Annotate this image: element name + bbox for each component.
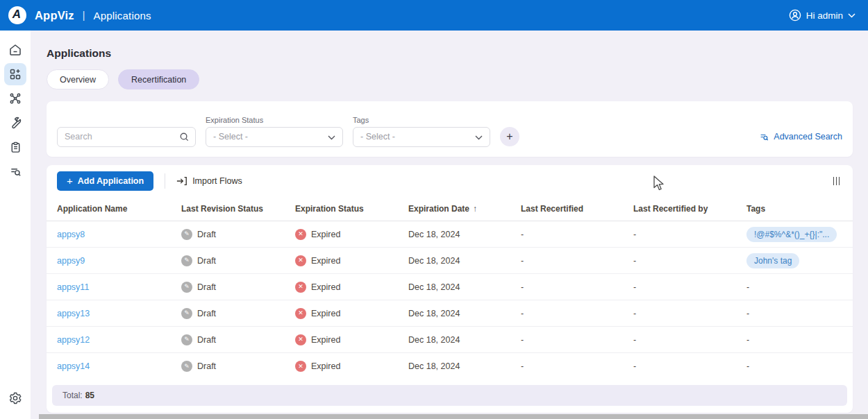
column-header-last-recertified-by[interactable]: Last Recertified by — [633, 204, 746, 214]
column-settings-icon[interactable] — [831, 174, 843, 188]
revision-status-text: Draft — [197, 361, 216, 371]
expired-x-icon: ✕ — [295, 308, 306, 319]
expiration-date-text: Dec 18, 2024 — [408, 282, 521, 292]
settings-gear-icon — [8, 391, 22, 405]
table-row: appsy12 ✎ Draft ✕ Expired Dec 18, 2024 -… — [47, 327, 853, 353]
tags-filter-label: Tags — [353, 116, 490, 127]
sidebar-item-home[interactable] — [4, 39, 26, 61]
expiration-status-text: Expired — [311, 256, 340, 266]
tab-overview[interactable]: Overview — [47, 69, 109, 89]
tags-cell: !@#$%^&*()_+{}|:"... — [746, 227, 842, 242]
expiration-status-filter-label: Expiration Status — [206, 116, 343, 127]
last-recertified-by-text: - — [633, 335, 746, 345]
total-value: 85 — [85, 391, 94, 400]
network-nodes-icon — [8, 92, 22, 105]
revision-status-text: Draft — [197, 230, 216, 239]
revision-status-text: Draft — [197, 282, 216, 292]
advanced-search-icon — [759, 132, 769, 142]
column-header-application-name[interactable]: Application Name — [57, 204, 181, 214]
column-header-last-recertified[interactable]: Last Recertified — [521, 204, 633, 214]
brand-name: AppViz — [35, 9, 74, 22]
application-name-link[interactable]: appsy8 — [57, 230, 85, 239]
tags-cell: - — [746, 335, 842, 345]
column-header-expiration-date[interactable]: Expiration Date ↑ — [408, 204, 521, 214]
home-icon — [8, 43, 22, 57]
expired-x-icon: ✕ — [295, 282, 306, 293]
search-input[interactable] — [57, 127, 196, 147]
last-recertified-by-text: - — [633, 309, 746, 318]
plus-icon: + — [67, 175, 73, 187]
column-header-tags[interactable]: Tags — [746, 204, 842, 214]
add-filter-button[interactable]: + — [500, 127, 519, 146]
table-body: appsy8 ✎ Draft ✕ Expired Dec 18, 2024 - … — [47, 221, 853, 379]
expiration-status-select[interactable]: - Select - — [206, 127, 343, 147]
table-row: appsy13 ✎ Draft ✕ Expired Dec 18, 2024 -… — [47, 300, 853, 327]
sidebar-item-tools[interactable] — [4, 112, 26, 134]
sidebar-item-applications[interactable] — [4, 63, 26, 85]
sort-ascending-icon: ↑ — [473, 204, 477, 214]
table-row: appsy11 ✎ Draft ✕ Expired Dec 18, 2024 -… — [47, 274, 853, 300]
apps-grid-plus-icon — [8, 67, 22, 81]
main-content: Applications Overview Recertification Ex… — [31, 31, 868, 419]
tags-select[interactable]: - Select - — [353, 127, 490, 147]
chevron-down-icon — [328, 135, 335, 140]
last-recertified-text: - — [521, 309, 633, 318]
tags-filter-group: Tags - Select - — [353, 116, 490, 147]
application-name-link[interactable]: appsy11 — [57, 282, 89, 292]
expiration-status-filter-group: Expiration Status - Select - — [206, 116, 343, 147]
column-header-last-revision-status[interactable]: Last Revision Status — [181, 204, 295, 214]
advanced-search-button[interactable]: Advanced Search — [759, 132, 842, 142]
tab-recertification[interactable]: Recertification — [118, 69, 199, 89]
last-recertified-text: - — [521, 335, 633, 345]
tag-pill: John's tag — [746, 253, 799, 268]
last-recertified-by-text: - — [633, 230, 746, 239]
header-page-title: Applications — [93, 10, 151, 22]
revision-status-text: Draft — [197, 309, 216, 318]
expiration-status-text: Expired — [311, 309, 340, 318]
expiration-status-text: Expired — [311, 230, 340, 239]
application-name-link[interactable]: appsy9 — [57, 256, 85, 266]
table-footer: Total: 85 — [52, 385, 847, 406]
expiration-status-text: Expired — [311, 282, 340, 292]
last-recertified-by-text: - — [633, 361, 746, 371]
application-name-link[interactable]: appsy12 — [57, 335, 90, 345]
sidebar-item-flows[interactable] — [4, 87, 26, 110]
tags-cell: John's tag — [746, 253, 842, 268]
user-menu[interactable]: Hi admin — [789, 9, 856, 22]
expired-x-icon: ✕ — [295, 361, 306, 372]
total-label: Total: — [62, 391, 83, 400]
tabs: Overview Recertification — [47, 69, 853, 89]
expiration-date-header-label: Expiration Date — [408, 204, 469, 214]
search-label-spacer — [57, 116, 196, 127]
user-menu-label: Hi admin — [806, 10, 843, 21]
table-row: appsy14 ✎ Draft ✕ Expired Dec 18, 2024 -… — [47, 353, 853, 379]
list-search-icon — [9, 165, 22, 178]
search-group — [57, 116, 196, 147]
sidebar — [0, 31, 31, 419]
import-flows-button[interactable]: Import Flows — [176, 176, 242, 186]
draft-pencil-icon: ✎ — [181, 334, 192, 345]
application-name-link[interactable]: appsy14 — [57, 361, 90, 371]
search-icon — [179, 132, 190, 142]
horizontal-scrollbar[interactable] — [39, 414, 868, 419]
wrench-icon — [9, 117, 22, 130]
expired-x-icon: ✕ — [295, 229, 306, 240]
last-recertified-text: - — [521, 361, 633, 371]
table-row: appsy8 ✎ Draft ✕ Expired Dec 18, 2024 - … — [47, 221, 853, 248]
application-name-link[interactable]: appsy13 — [57, 309, 90, 318]
table-toolbar: + Add Application Import Flows — [47, 165, 853, 196]
appviz-logo-icon: A — [8, 6, 26, 24]
top-bar: A AppViz | Applications Hi admin — [0, 0, 868, 31]
column-header-expiration-status[interactable]: Expiration Status — [295, 204, 408, 214]
tags-cell: - — [746, 361, 842, 371]
add-application-button[interactable]: + Add Application — [57, 171, 153, 191]
sidebar-item-reports[interactable] — [4, 136, 26, 158]
table-row: appsy9 ✎ Draft ✕ Expired Dec 18, 2024 - … — [47, 248, 853, 274]
chevron-down-icon — [848, 13, 856, 18]
last-recertified-by-text: - — [633, 282, 746, 292]
filter-bar: Expiration Status - Select - Tags - Sele… — [47, 101, 853, 157]
last-recertified-text: - — [521, 256, 633, 266]
last-recertified-by-text: - — [633, 256, 746, 266]
sidebar-item-audit[interactable] — [4, 160, 26, 182]
sidebar-item-settings[interactable] — [4, 387, 26, 409]
